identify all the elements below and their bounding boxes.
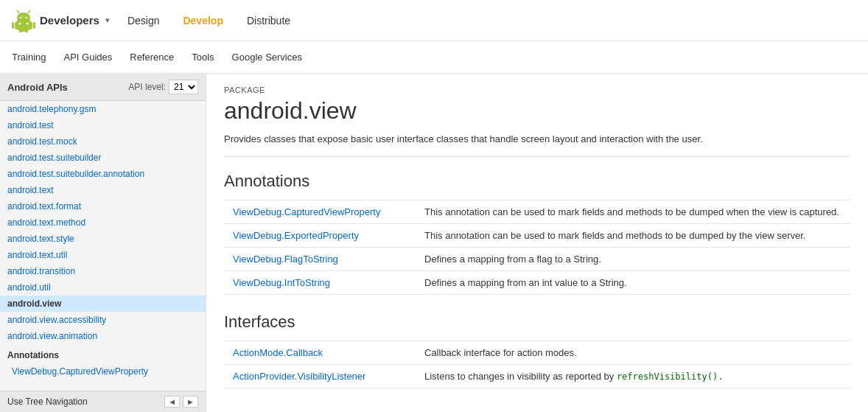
- sidebar-title: Android APIs: [7, 82, 68, 93]
- api-level-select[interactable]: 21 20 19: [169, 80, 198, 94]
- list-item[interactable]: android.view.animation: [0, 328, 206, 344]
- nav-training[interactable]: Training: [12, 52, 46, 63]
- second-navigation: Training API Guides Reference Tools Goog…: [0, 41, 868, 74]
- android-logo-icon: [12, 9, 35, 32]
- sidebar-footer: Use Tree Navigation ◄ ►: [0, 391, 206, 412]
- svg-point-8: [25, 16, 27, 18]
- list-item[interactable]: android.text.method: [0, 214, 206, 231]
- sidebar: Android APIs API level: 21 20 19 android…: [0, 74, 206, 412]
- page-description: Provides classes that expose basic user …: [224, 133, 850, 157]
- annotations-section-title: Annotations: [224, 172, 850, 191]
- annotation-desc-0: This annotation can be used to mark fiel…: [416, 200, 850, 224]
- nav-tools[interactable]: Tools: [192, 52, 214, 63]
- list-item[interactable]: android.test.suitebuilder: [0, 150, 206, 166]
- table-row: ActionProvider.VisibilityListener Listen…: [224, 365, 850, 388]
- api-level-selector: API level: 21 20 19: [128, 80, 198, 94]
- svg-rect-9: [12, 22, 14, 29]
- annotation-desc-2: Defines a mapping from a flag to a Strin…: [416, 248, 850, 271]
- list-item[interactable]: android.view.accessibility: [0, 312, 206, 328]
- annotation-name-0[interactable]: ViewDebug.CapturedViewProperty: [224, 200, 416, 224]
- svg-line-5: [17, 10, 19, 13]
- refresh-visibility-code: refreshVisibility().: [617, 371, 724, 382]
- svg-line-6: [28, 10, 30, 13]
- list-item[interactable]: android.text.format: [0, 198, 206, 214]
- top-nav-links: Design Develop Distribute: [127, 15, 290, 27]
- logo-area[interactable]: Developers ▾: [12, 9, 110, 32]
- list-item[interactable]: android.text.util: [0, 247, 206, 263]
- svg-point-3: [27, 22, 29, 24]
- tree-nav-next-button[interactable]: ►: [183, 396, 198, 408]
- annotation-desc-3: Defines a mapping from an int value to a…: [416, 271, 850, 295]
- svg-rect-10: [33, 22, 35, 29]
- annotations-table: ViewDebug.CapturedViewProperty This anno…: [224, 200, 850, 295]
- svg-rect-1: [15, 22, 32, 29]
- table-row: ViewDebug.FlagToString Defines a mapping…: [224, 248, 850, 271]
- annotation-desc-1: This annotation can be used to mark fiel…: [416, 224, 850, 248]
- annotation-name-2[interactable]: ViewDebug.FlagToString: [224, 248, 416, 271]
- list-item[interactable]: android.test.suitebuilder.annotation: [0, 166, 206, 182]
- top-navigation: Developers ▾ Design Develop Distribute: [0, 0, 868, 41]
- interface-desc-1: Listens to changes in visibility as repo…: [416, 365, 850, 388]
- top-nav-develop[interactable]: Develop: [183, 15, 223, 27]
- sidebar-package-list: android.telephony.gsm android.test andro…: [0, 101, 206, 391]
- list-item[interactable]: android.telephony.gsm: [0, 101, 206, 117]
- list-item[interactable]: android.text.style: [0, 231, 206, 247]
- nav-api-guides[interactable]: API Guides: [63, 52, 112, 63]
- list-item[interactable]: android.transition: [0, 263, 206, 279]
- svg-point-7: [20, 16, 21, 18]
- sidebar-header: Android APIs API level: 21 20 19: [0, 74, 206, 101]
- list-item[interactable]: android.test.mock: [0, 133, 206, 150]
- table-row: ViewDebug.CapturedViewProperty This anno…: [224, 200, 850, 224]
- package-label: package: [224, 85, 850, 94]
- svg-point-2: [19, 22, 21, 24]
- interface-name-1[interactable]: ActionProvider.VisibilityListener: [224, 365, 416, 388]
- api-level-label: API level:: [128, 82, 166, 92]
- annotation-name-1[interactable]: ViewDebug.ExportedProperty: [224, 224, 416, 248]
- nav-google-services[interactable]: Google Services: [232, 52, 302, 63]
- tree-nav-label: Use Tree Navigation: [7, 397, 88, 407]
- svg-point-4: [17, 13, 30, 23]
- interface-name-0[interactable]: ActionMode.Callback: [224, 341, 416, 365]
- list-item[interactable]: android.text: [0, 182, 206, 198]
- list-item-captured-view-property[interactable]: ViewDebug.CapturedViewProperty: [0, 363, 206, 380]
- main-layout: Android APIs API level: 21 20 19 android…: [0, 74, 868, 412]
- table-row: ActionMode.Callback Callback interface f…: [224, 341, 850, 365]
- top-nav-design[interactable]: Design: [127, 15, 160, 27]
- brand-name: Developers: [40, 14, 99, 27]
- list-item-android-view[interactable]: android.view: [0, 296, 206, 312]
- sidebar-annotations-label: Annotations: [0, 344, 206, 363]
- interfaces-section-title: Interfaces: [224, 313, 850, 332]
- annotation-name-3[interactable]: ViewDebug.IntToString: [224, 271, 416, 295]
- table-row: ViewDebug.IntToString Defines a mapping …: [224, 271, 850, 295]
- sidebar-footer-icons: ◄ ►: [164, 396, 198, 408]
- interfaces-table: ActionMode.Callback Callback interface f…: [224, 341, 850, 388]
- brand-chevron-icon: ▾: [105, 15, 110, 25]
- table-row: ViewDebug.ExportedProperty This annotati…: [224, 224, 850, 248]
- top-nav-distribute[interactable]: Distribute: [247, 15, 290, 27]
- list-item[interactable]: android.util: [0, 279, 206, 296]
- nav-reference[interactable]: Reference: [130, 52, 174, 63]
- interface-desc-0: Callback interface for action modes.: [416, 341, 850, 365]
- main-content: package android.view Provides classes th…: [206, 74, 868, 412]
- page-title: android.view: [224, 97, 850, 125]
- tree-nav-prev-button[interactable]: ◄: [164, 396, 180, 408]
- list-item[interactable]: android.test: [0, 117, 206, 133]
